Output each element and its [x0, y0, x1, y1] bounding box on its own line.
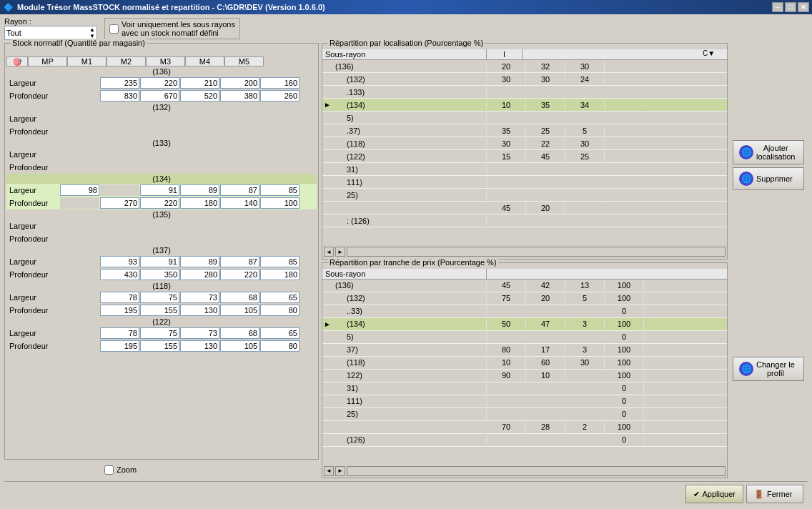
stock-cell-6-1-1[interactable] — [100, 305, 139, 316]
rl-col-btn[interactable]: C▼ — [703, 49, 716, 59]
stock-cell-3-1-3[interactable] — [180, 197, 219, 209]
stock-cell-7-1-1[interactable] — [100, 340, 139, 352]
stock-cell-7-1-4[interactable] — [220, 340, 259, 352]
stock-cell-0-0-1[interactable] — [100, 77, 139, 89]
stock-cell-0-0-2[interactable] — [140, 77, 179, 89]
stock-cell-4-0-2[interactable] — [140, 220, 179, 232]
stock-cell-5-1-3[interactable] — [180, 269, 219, 280]
stock-cell-2-0-5[interactable] — [260, 149, 299, 160]
stock-cell-5-0-3[interactable] — [180, 256, 219, 267]
stock-cell-5-0-5[interactable] — [260, 256, 299, 267]
stock-cell-2-1-3[interactable] — [180, 162, 219, 173]
stock-cell-0-1-0[interactable] — [60, 90, 99, 102]
rl-left-arrow[interactable]: ◄ — [324, 247, 334, 257]
fermer-button[interactable]: 🚪 Fermer — [746, 485, 803, 503]
rayon-up-arrow[interactable]: ▲ — [89, 26, 95, 33]
zoom-checkbox[interactable] — [104, 465, 114, 475]
stock-cell-3-0-1[interactable] — [100, 184, 139, 196]
stock-cell-6-1-5[interactable] — [260, 305, 299, 316]
stock-cell-5-1-1[interactable] — [100, 269, 139, 280]
stock-cell-2-1-0[interactable] — [60, 162, 99, 173]
rp-right-arrow[interactable]: ► — [335, 466, 345, 476]
stock-cell-7-1-2[interactable] — [140, 340, 179, 352]
stock-cell-4-1-1[interactable] — [100, 233, 139, 244]
stock-cell-7-0-1[interactable] — [100, 327, 139, 339]
rp-scroll[interactable]: (136)454213100(132)75205100..33)0►(134)5… — [322, 280, 727, 464]
stock-cell-1-1-1[interactable] — [100, 126, 139, 137]
stock-cell-7-1-0[interactable] — [60, 340, 99, 352]
appliquer-button[interactable]: ✔ Appliquer — [685, 485, 743, 503]
stock-cell-5-1-4[interactable] — [220, 269, 259, 280]
supprimer-button[interactable]: 🌐 Supprimer — [733, 167, 804, 190]
maximize-button[interactable]: □ — [785, 2, 796, 12]
stock-cell-6-0-3[interactable] — [180, 292, 219, 303]
stock-cell-2-1-4[interactable] — [220, 162, 259, 173]
stock-cell-3-1-0[interactable] — [60, 197, 99, 209]
stock-cell-4-0-0[interactable] — [60, 220, 99, 232]
stock-cell-5-0-2[interactable] — [140, 256, 179, 267]
stock-cell-2-0-0[interactable] — [60, 149, 99, 160]
stock-cell-7-0-5[interactable] — [260, 327, 299, 339]
stock-cell-4-0-4[interactable] — [220, 220, 259, 232]
stock-cell-0-0-5[interactable] — [260, 77, 299, 89]
rl-right-arrow[interactable]: ► — [335, 247, 345, 257]
stock-cell-6-1-3[interactable] — [180, 305, 219, 316]
stock-cell-6-1-0[interactable] — [60, 305, 99, 316]
minimize-button[interactable]: ─ — [772, 2, 783, 12]
stock-cell-4-1-3[interactable] — [180, 233, 219, 244]
stock-cell-3-0-2[interactable] — [140, 184, 179, 196]
stock-cell-6-0-4[interactable] — [220, 292, 259, 303]
stock-cell-3-1-2[interactable] — [140, 197, 179, 209]
rp-h-scrollbar[interactable] — [347, 466, 726, 476]
stock-cell-3-1-1[interactable] — [100, 197, 139, 209]
voir-checkbox[interactable] — [109, 24, 119, 34]
stock-cell-6-1-4[interactable] — [220, 305, 259, 316]
stock-cell-5-0-0[interactable] — [60, 256, 99, 267]
stock-cell-4-0-5[interactable] — [260, 220, 299, 232]
stock-cell-7-0-0[interactable] — [60, 327, 99, 339]
stock-cell-0-1-1[interactable] — [100, 90, 139, 102]
stock-cell-2-1-5[interactable] — [260, 162, 299, 173]
stock-cell-0-1-2[interactable] — [140, 90, 179, 102]
stock-cell-1-0-5[interactable] — [260, 113, 299, 124]
rl-scroll[interactable]: (136)203230(132)303024.133)►(134)1035345… — [322, 60, 727, 244]
stock-cell-1-1-3[interactable] — [180, 126, 219, 137]
stock-cell-7-1-3[interactable] — [180, 340, 219, 352]
stock-cell-2-0-1[interactable] — [100, 149, 139, 160]
stock-cell-6-1-2[interactable] — [140, 305, 179, 316]
stock-cell-6-0-2[interactable] — [140, 292, 179, 303]
stock-cell-2-1-1[interactable] — [100, 162, 139, 173]
changer-profil-button[interactable]: 🌐 Changer leprofil — [733, 357, 804, 381]
stock-cell-0-0-4[interactable] — [220, 77, 259, 89]
stock-cell-1-1-4[interactable] — [220, 126, 259, 137]
stock-cell-4-0-1[interactable] — [100, 220, 139, 232]
stock-cell-6-0-0[interactable] — [60, 292, 99, 303]
stock-cell-7-0-2[interactable] — [140, 327, 179, 339]
stock-cell-2-0-3[interactable] — [180, 149, 219, 160]
stock-cell-2-0-4[interactable] — [220, 149, 259, 160]
stock-cell-4-1-4[interactable] — [220, 233, 259, 244]
stock-cell-6-0-1[interactable] — [100, 292, 139, 303]
stock-cell-5-1-2[interactable] — [140, 269, 179, 280]
stock-cell-6-0-5[interactable] — [260, 292, 299, 303]
stock-cell-0-1-3[interactable] — [180, 90, 219, 102]
stock-cell-3-0-4[interactable] — [220, 184, 259, 196]
stock-cell-1-1-2[interactable] — [140, 126, 179, 137]
stock-cell-4-1-5[interactable] — [260, 233, 299, 244]
stock-cell-0-0-0[interactable] — [60, 77, 99, 89]
stock-cell-2-0-2[interactable] — [140, 149, 179, 160]
stock-cell-1-0-4[interactable] — [220, 113, 259, 124]
stock-cell-3-1-5[interactable] — [260, 197, 299, 209]
rp-left-arrow[interactable]: ◄ — [324, 466, 334, 476]
stock-cell-1-1-5[interactable] — [260, 126, 299, 137]
stock-cell-5-0-1[interactable] — [100, 256, 139, 267]
stock-cell-7-0-3[interactable] — [180, 327, 219, 339]
stock-cell-7-0-4[interactable] — [220, 327, 259, 339]
rl-h-scrollbar[interactable] — [347, 247, 726, 257]
stock-cell-4-1-0[interactable] — [60, 233, 99, 244]
rayon-select-wrapper[interactable]: Tout ▲ ▼ — [4, 26, 97, 40]
stock-cell-3-0-0[interactable] — [60, 184, 99, 196]
stock-cell-5-0-4[interactable] — [220, 256, 259, 267]
stock-cell-5-1-0[interactable] — [60, 269, 99, 280]
stock-cell-1-0-2[interactable] — [140, 113, 179, 124]
